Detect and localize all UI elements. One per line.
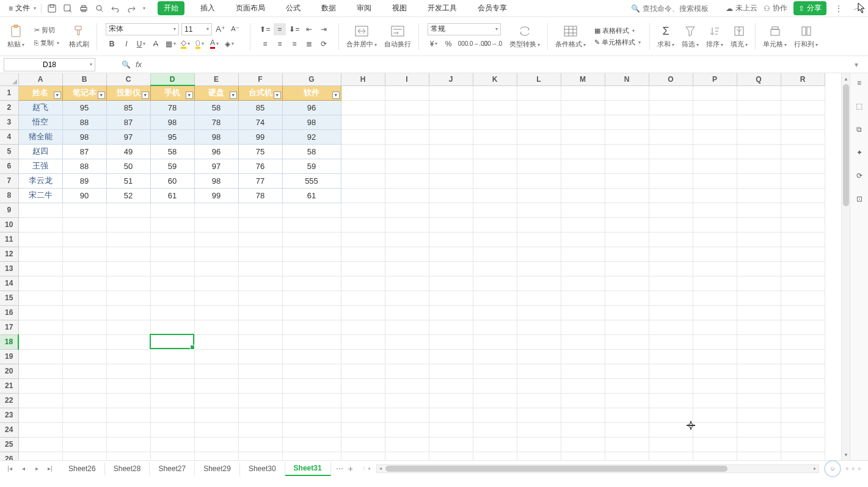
col-head-O[interactable]: O	[649, 73, 693, 85]
cell-B8[interactable]: 90	[62, 188, 106, 203]
cell-F11[interactable]	[238, 232, 282, 247]
cell-F17[interactable]	[238, 320, 282, 334]
cell-C19[interactable]	[106, 349, 150, 364]
more-icon[interactable]: ⋮	[833, 4, 845, 13]
cell-A5[interactable]: 赵四	[18, 144, 62, 159]
cell-C16[interactable]	[106, 305, 150, 320]
cell-C17[interactable]	[106, 320, 150, 334]
cell-K17[interactable]	[473, 320, 517, 334]
share-button[interactable]: ⇧ 分享	[793, 1, 826, 15]
cell-H12[interactable]	[341, 247, 385, 261]
cell-R21[interactable]	[781, 378, 825, 393]
scroll-left-icon[interactable]: ◂	[377, 465, 384, 472]
cell-M12[interactable]	[561, 247, 605, 261]
cell-C8[interactable]: 52	[106, 188, 150, 203]
sheet-tab-Sheet26[interactable]: Sheet26	[60, 462, 105, 475]
cell-P4[interactable]	[693, 129, 737, 144]
cell-O3[interactable]	[649, 115, 693, 129]
italic-icon[interactable]: I	[120, 38, 133, 50]
cell-I16[interactable]	[385, 305, 429, 320]
cell-I11[interactable]	[385, 232, 429, 247]
cell-Q9[interactable]	[737, 203, 781, 217]
cell-style-button[interactable]: ✎单元格样式▾	[594, 38, 641, 47]
cell-N5[interactable]	[605, 144, 649, 159]
cell-G20[interactable]	[282, 364, 341, 378]
decrease-font-icon[interactable]: A⁻	[229, 23, 241, 35]
cell-L11[interactable]	[517, 232, 561, 247]
cell-G13[interactable]	[282, 261, 341, 276]
cell-E6[interactable]: 97	[194, 159, 238, 173]
cell-K12[interactable]	[473, 247, 517, 261]
cell-L5[interactable]	[517, 144, 561, 159]
cell-J4[interactable]	[429, 129, 473, 144]
cell-M7[interactable]	[561, 173, 605, 188]
cell-Q7[interactable]	[737, 173, 781, 188]
cell-A25[interactable]	[18, 437, 62, 452]
cell-A10[interactable]	[18, 217, 62, 232]
cell-H4[interactable]	[341, 129, 385, 144]
cell-D3[interactable]: 98	[150, 115, 194, 129]
cell-O13[interactable]	[649, 261, 693, 276]
cell-B2[interactable]: 95	[62, 100, 106, 115]
cell-D20[interactable]	[150, 364, 194, 378]
cell-N11[interactable]	[605, 232, 649, 247]
cell-O26[interactable]	[649, 452, 693, 460]
cell-H26[interactable]	[341, 452, 385, 460]
cell-E20[interactable]	[194, 364, 238, 378]
decrease-decimal-icon[interactable]: .00→.0	[486, 38, 498, 50]
cell-A12[interactable]	[18, 247, 62, 261]
cell-M8[interactable]	[561, 188, 605, 203]
chevron-down-icon[interactable]: ▾	[90, 62, 92, 67]
cell-M25[interactable]	[561, 437, 605, 452]
cell-P5[interactable]	[693, 144, 737, 159]
cell-P1[interactable]	[693, 85, 737, 100]
cell-F19[interactable]	[238, 349, 282, 364]
cell-D12[interactable]	[150, 247, 194, 261]
cell-J26[interactable]	[429, 452, 473, 460]
cell-K10[interactable]	[473, 217, 517, 232]
add-sheet-icon[interactable]: +	[348, 464, 353, 474]
cell-I12[interactable]	[385, 247, 429, 261]
cell-A3[interactable]: 悟空	[18, 115, 62, 129]
cell-O4[interactable]	[649, 129, 693, 144]
cell-F3[interactable]: 74	[238, 115, 282, 129]
cell-A24[interactable]	[18, 422, 62, 437]
save-icon[interactable]	[46, 3, 57, 14]
cell-J18[interactable]	[429, 334, 473, 349]
cell-E14[interactable]	[194, 276, 238, 290]
rowcol-button[interactable]: 行和列▾	[792, 23, 820, 50]
align-middle-icon[interactable]: =	[274, 23, 286, 35]
cell-D8[interactable]: 61	[150, 188, 194, 203]
cell-N7[interactable]	[605, 173, 649, 188]
col-head-B[interactable]: B	[62, 73, 106, 85]
cloud-status[interactable]: ☁ 未上云	[726, 3, 757, 13]
cell-G9[interactable]	[282, 203, 341, 217]
cell-F13[interactable]	[238, 261, 282, 276]
cell-K25[interactable]	[473, 437, 517, 452]
row-head-15[interactable]: 15	[0, 290, 18, 305]
cell-L17[interactable]	[517, 320, 561, 334]
cell-O2[interactable]	[649, 100, 693, 115]
row-head-26[interactable]: 26	[0, 452, 18, 460]
cell-Q17[interactable]	[737, 320, 781, 334]
cell-N20[interactable]	[605, 364, 649, 378]
cell-P9[interactable]	[693, 203, 737, 217]
cell-E26[interactable]	[194, 452, 238, 460]
cell-L22[interactable]	[517, 393, 561, 408]
assistant-icon[interactable]: ☺	[824, 460, 841, 477]
cell-G21[interactable]	[282, 378, 341, 393]
cell-R20[interactable]	[781, 364, 825, 378]
cell-I22[interactable]	[385, 393, 429, 408]
cell-N2[interactable]	[605, 100, 649, 115]
col-head-E[interactable]: E	[194, 73, 238, 85]
cell-Q4[interactable]	[737, 129, 781, 144]
cell-L15[interactable]	[517, 290, 561, 305]
row-head-20[interactable]: 20	[0, 364, 18, 378]
cell-I10[interactable]	[385, 217, 429, 232]
font-name-select[interactable]: 宋体▾	[106, 23, 179, 35]
cell-J11[interactable]	[429, 232, 473, 247]
cell-F12[interactable]	[238, 247, 282, 261]
cell-B1[interactable]: 笔记本▾	[62, 85, 106, 100]
cell-A7[interactable]: 李云龙	[18, 173, 62, 188]
clear-format-icon[interactable]: ◈▾	[223, 38, 235, 50]
